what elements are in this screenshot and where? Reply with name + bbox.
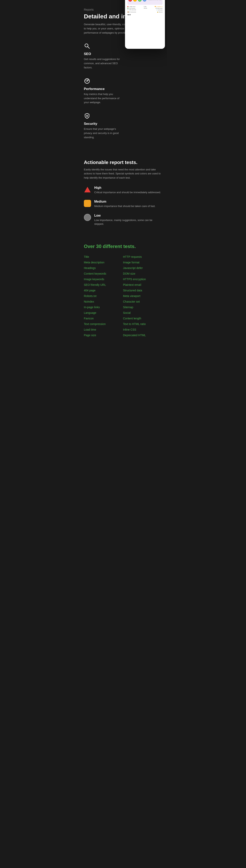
test-http-requests[interactable]: HTTP requests (123, 254, 162, 259)
test-https-encryption[interactable]: HTTPS encryption (123, 276, 162, 282)
high-issue-label: 1 High issue (129, 6, 135, 7)
triangle-icon (84, 187, 91, 192)
tests-right-column: HTTP requests Image format Javascript de… (123, 254, 162, 338)
test-meta-description[interactable]: Meta description (84, 259, 123, 265)
tests-passed: 25 tests pass (155, 8, 163, 9)
test-page-size[interactable]: Page size (84, 332, 123, 338)
test-content-keywords[interactable]: Content keywords (84, 271, 123, 276)
test-image-format[interactable]: Image format (123, 259, 162, 265)
test-in-page-links[interactable]: In-page links (84, 304, 123, 310)
mockup-stats-row-1: ⏱ 0.03 seconds 📄 10.51 kE (128, 9, 163, 10)
priority-high-content: High Critical importance and should be i… (94, 186, 161, 194)
feature-seo-title: SEO (84, 52, 120, 56)
test-noindex[interactable]: Noindex (84, 299, 123, 304)
test-headings[interactable]: Headings (84, 265, 123, 271)
test-404-page[interactable]: 404 page (84, 288, 123, 293)
test-seo-friendly-url[interactable]: SEO friendly URL (84, 282, 123, 288)
mockup-stats-row-2: 📦 16 resources 🔒 Secure (128, 11, 163, 12)
feature-security-title: Security (84, 122, 120, 126)
feature-seo: SEO Get results and suggestions for comm… (84, 43, 120, 70)
report-mockup-container: Home > Report apple.com Menu Overview 91… (125, 41, 167, 149)
tests-left-column: Title Meta description Headings Content … (84, 254, 123, 338)
priority-high-title: High (94, 186, 161, 190)
feature-performance-desc: Key metrics that help you understand the… (84, 92, 120, 104)
svg-line-1 (87, 46, 90, 49)
test-content-length[interactable]: Content length (123, 316, 162, 321)
load-time: 0.03 seconds (129, 9, 136, 10)
test-text-to-html-ratio[interactable]: Text to HTML ratio (123, 321, 162, 327)
mockup-preview-banner: Actually, there is a "you" in gift. (128, 0, 163, 5)
actionable-description: Easily identify the issues that need the… (84, 167, 162, 180)
tests-section: Over 30 different tests. Title Meta desc… (79, 236, 167, 346)
feature-seo-desc: Get results and suggestions for common, … (84, 57, 120, 70)
test-character-set[interactable]: Character set (123, 299, 162, 304)
mockup-preview-text: Actually, there is a "you" in gift. (148, 0, 162, 0)
mockup-issue-low: 3 low issues 10.0% 25 tests pass (128, 8, 163, 9)
test-plaintext-email[interactable]: Plaintext email (123, 282, 162, 288)
priority-low: Low Low importance, mainly suggestions, … (84, 214, 162, 226)
test-text-compression[interactable]: Text compression (84, 321, 123, 327)
test-sitemap[interactable]: Sitemap (123, 304, 162, 310)
feature-security: Security Ensure that your webpage's priv… (84, 113, 120, 140)
priority-low-desc: Low importance, mainly suggestions, some… (94, 218, 162, 226)
feature-performance: Performance Key metrics that help you un… (84, 78, 120, 104)
test-load-time[interactable]: Load time (84, 327, 123, 332)
svg-point-3 (87, 81, 87, 82)
security-icon (84, 113, 91, 120)
feature-security-desc: Ensure that your webpage's privacy and s… (84, 127, 120, 140)
priority-medium-desc: Medium importance that should be taken c… (94, 204, 155, 208)
medium-priority-icon (84, 200, 91, 207)
test-language[interactable]: Language (84, 310, 123, 316)
actionable-section: Actionable report tests. Easily identify… (79, 152, 167, 236)
square-icon (85, 200, 90, 206)
test-deprecated-html[interactable]: Deprecated HTML (123, 332, 162, 338)
test-social[interactable]: Social (123, 310, 162, 316)
test-favicon[interactable]: Favicon (84, 316, 123, 321)
resources: 16 resources (129, 11, 136, 12)
features-list: SEO Get results and suggestions for comm… (79, 41, 125, 149)
file-size: 10.51 kE (158, 9, 163, 10)
tests-grid: Title Meta description Headings Content … (84, 254, 162, 338)
secure-label: Secure (159, 11, 163, 12)
priority-high: High Critical importance and should be i… (84, 186, 162, 194)
high-priority-icon (84, 186, 91, 193)
low-issue-label: 3 low issues (129, 8, 135, 9)
features-mockup-container: SEO Get results and suggestions for comm… (79, 39, 167, 151)
priority-medium-title: Medium (94, 200, 155, 204)
priority-medium-content: Medium Medium importance that should be … (94, 200, 155, 208)
tests-title: Over 30 different tests. (84, 244, 162, 249)
test-title[interactable]: Title (84, 254, 123, 259)
performance-icon (84, 78, 91, 85)
priority-high-desc: Critical importance and should be immedi… (94, 190, 161, 194)
mockup-bottom-label: SEO (128, 14, 163, 16)
test-meta-viewport[interactable]: Meta viewport (123, 293, 162, 299)
circle-icon (85, 215, 90, 220)
test-structured-data[interactable]: Structured data (123, 288, 162, 293)
priority-low-title: Low (94, 214, 162, 217)
test-image-keywords[interactable]: Image keywords (84, 276, 123, 282)
test-inline-css[interactable]: Inline CSS (123, 327, 162, 332)
high-issue-value: 3.3% (144, 6, 147, 7)
test-dom-size[interactable]: DOM size (123, 271, 162, 276)
medium-issue-label: 1 medium is (156, 6, 163, 7)
test-robots-txt[interactable]: Robots.txt (84, 293, 123, 299)
report-mockup: Home > Report apple.com Menu Overview 91… (125, 0, 165, 49)
mockup-issue-high: 1 High issue 3.3% 1 medium is (128, 6, 163, 7)
feature-performance-title: Performance (84, 87, 120, 91)
test-javascript-defer[interactable]: Javascript defer (123, 265, 162, 271)
search-icon (84, 43, 91, 50)
priority-medium: Medium Medium importance that should be … (84, 200, 162, 208)
low-priority-icon (84, 214, 91, 221)
priority-low-content: Low Low importance, mainly suggestions, … (94, 214, 162, 226)
actionable-title: Actionable report tests. (84, 160, 162, 165)
low-issue-value: 10.0% (144, 8, 147, 9)
